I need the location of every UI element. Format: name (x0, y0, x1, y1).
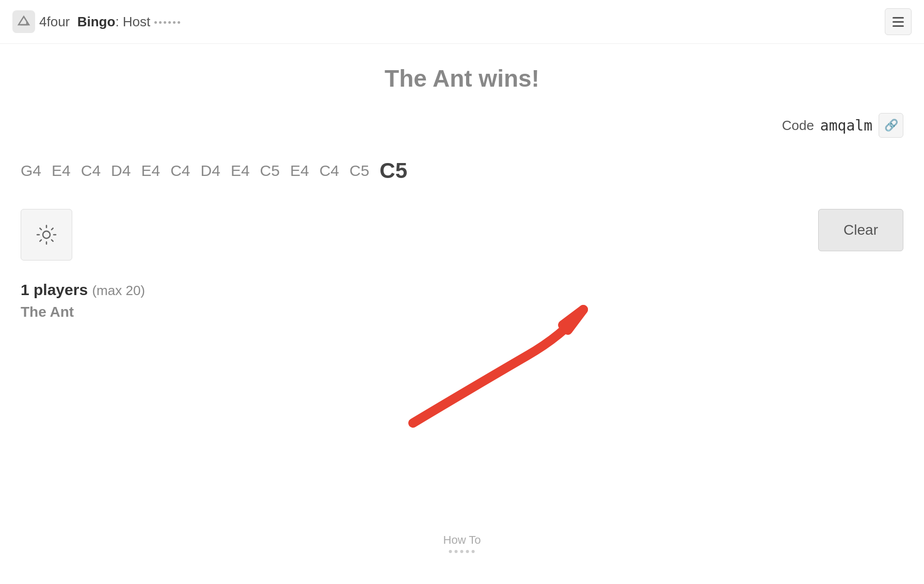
note-e4-4: E4 (290, 162, 309, 180)
hamburger-line-2 (893, 21, 904, 23)
code-value: amqalm (820, 117, 872, 134)
footer-dot-5 (472, 550, 475, 553)
footer-dot-3 (460, 550, 464, 553)
app-prefix: 4four (39, 14, 70, 29)
how-to-label: How To (443, 533, 481, 546)
note-e4-1: E4 (52, 162, 71, 180)
app-name-decoration (154, 21, 180, 24)
note-e4-2: E4 (141, 162, 160, 180)
app-name-bold: Bingo (77, 14, 116, 29)
note-c5-2: C5 (349, 162, 369, 180)
note-e4-3: E4 (231, 162, 250, 180)
players-count-number: 1 players (21, 281, 88, 298)
win-banner: The Ant wins! (0, 44, 924, 108)
footer-dot-1 (449, 550, 452, 553)
copy-link-icon: 🔗 (884, 119, 898, 132)
footer-dot-2 (455, 550, 458, 553)
app-logo (12, 10, 35, 33)
hamburger-line-1 (893, 17, 904, 19)
hamburger-line-3 (893, 25, 904, 27)
note-g4: G4 (21, 162, 41, 180)
svg-point-0 (43, 231, 50, 238)
note-c5-1: C5 (260, 162, 280, 180)
called-notes: G4 E4 C4 D4 E4 C4 D4 E4 C5 E4 C4 C5 C5 (0, 148, 924, 199)
note-c4-3: C4 (320, 162, 339, 180)
player-name: The Ant (21, 304, 903, 320)
copy-link-button[interactable]: 🔗 (879, 113, 903, 138)
win-message: The Ant wins! (0, 64, 924, 92)
app-header: 4four Bingo: Host (0, 0, 924, 44)
players-section: 1 players (max 20) The Ant (0, 276, 924, 336)
note-d4-2: D4 (201, 162, 220, 180)
code-row: Code amqalm 🔗 (0, 108, 924, 148)
header-left: 4four Bingo: Host (12, 10, 180, 33)
note-d4-1: D4 (111, 162, 131, 180)
hamburger-icon (893, 17, 904, 27)
gear-icon (35, 223, 58, 246)
players-count: 1 players (max 20) (21, 281, 903, 299)
app-title: 4four Bingo: Host (39, 14, 150, 30)
menu-button[interactable] (885, 8, 912, 35)
clear-button[interactable]: Clear (818, 209, 903, 251)
controls-row: Clear (0, 199, 924, 276)
logo-icon (17, 14, 31, 29)
note-c4-1: C4 (81, 162, 101, 180)
footer-dots (443, 550, 481, 553)
settings-button[interactable] (21, 209, 72, 261)
note-current: C5 (379, 158, 407, 183)
how-to-footer: How To (443, 533, 481, 553)
players-max: (max 20) (92, 283, 145, 298)
note-c4-2: C4 (170, 162, 190, 180)
footer-dot-4 (466, 550, 469, 553)
app-name-suffix: : Host (115, 14, 150, 29)
code-label: Code (782, 118, 814, 134)
